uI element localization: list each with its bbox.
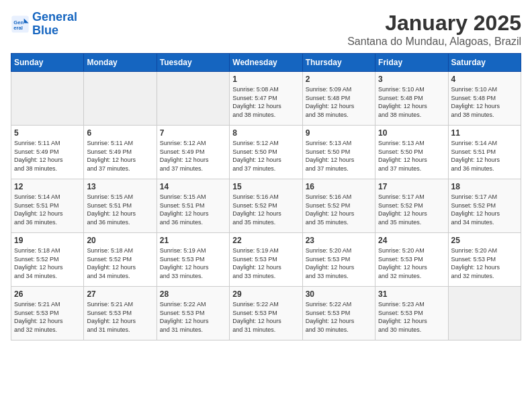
day-number: 8 (232, 128, 299, 138)
day-number: 22 (232, 236, 299, 245)
calendar-cell: 10Sunrise: 5:13 AM Sunset: 5:50 PM Dayli… (375, 126, 448, 179)
title-block: January 2025 Santana do Mundau, Alagoas,… (347, 11, 521, 48)
calendar-cell: 30Sunrise: 5:22 AM Sunset: 5:53 PM Dayli… (302, 287, 375, 340)
calendar-cell: 14Sunrise: 5:15 AM Sunset: 5:51 PM Dayli… (157, 179, 229, 233)
weekday-header-friday: Friday (375, 54, 448, 72)
day-number: 17 (378, 182, 445, 191)
day-number: 5 (14, 128, 81, 138)
calendar-cell: 20Sunrise: 5:18 AM Sunset: 5:52 PM Dayli… (84, 233, 157, 287)
day-info: Sunrise: 5:21 AM Sunset: 5:53 PM Dayligh… (87, 300, 153, 334)
calendar-cell: 26Sunrise: 5:21 AM Sunset: 5:53 PM Dayli… (11, 287, 84, 340)
calendar-cell: 9Sunrise: 5:13 AM Sunset: 5:50 PM Daylig… (302, 126, 375, 179)
calendar-cell: 27Sunrise: 5:21 AM Sunset: 5:53 PM Dayli… (84, 287, 157, 340)
calendar-cell (11, 72, 84, 126)
day-number: 27 (87, 289, 153, 299)
day-info: Sunrise: 5:11 AM Sunset: 5:49 PM Dayligh… (14, 139, 81, 173)
day-number: 23 (306, 236, 372, 245)
day-number: 1 (232, 75, 299, 84)
day-info: Sunrise: 5:20 AM Sunset: 5:53 PM Dayligh… (378, 246, 445, 280)
day-info: Sunrise: 5:23 AM Sunset: 5:53 PM Dayligh… (378, 300, 445, 334)
day-number: 3 (378, 75, 445, 84)
day-number: 31 (378, 289, 445, 299)
logo-icon: Gen eral (11, 15, 30, 34)
day-number: 15 (232, 182, 299, 191)
day-number: 20 (87, 236, 153, 245)
day-info: Sunrise: 5:08 AM Sunset: 5:47 PM Dayligh… (232, 85, 299, 119)
calendar-cell: 3Sunrise: 5:10 AM Sunset: 5:48 PM Daylig… (375, 72, 448, 126)
logo: Gen eral General Blue (11, 11, 77, 38)
calendar-cell: 2Sunrise: 5:09 AM Sunset: 5:48 PM Daylig… (302, 72, 375, 126)
weekday-header-sunday: Sunday (11, 54, 84, 72)
day-info: Sunrise: 5:18 AM Sunset: 5:52 PM Dayligh… (87, 246, 153, 280)
calendar-cell: 7Sunrise: 5:12 AM Sunset: 5:49 PM Daylig… (157, 126, 229, 179)
calendar-cell: 17Sunrise: 5:17 AM Sunset: 5:52 PM Dayli… (375, 179, 448, 233)
calendar-cell: 11Sunrise: 5:14 AM Sunset: 5:51 PM Dayli… (448, 126, 521, 179)
location-title: Santana do Mundau, Alagoas, Brazil (347, 36, 521, 48)
day-number: 26 (14, 289, 81, 299)
day-number: 10 (378, 128, 445, 138)
day-number: 7 (160, 128, 226, 138)
day-number: 16 (306, 182, 372, 191)
day-info: Sunrise: 5:10 AM Sunset: 5:48 PM Dayligh… (378, 85, 445, 119)
day-info: Sunrise: 5:09 AM Sunset: 5:48 PM Dayligh… (306, 85, 372, 119)
weekday-header-wednesday: Wednesday (230, 54, 302, 72)
day-number: 25 (451, 236, 518, 245)
calendar-cell: 1Sunrise: 5:08 AM Sunset: 5:47 PM Daylig… (230, 72, 302, 126)
weekday-header-thursday: Thursday (302, 54, 375, 72)
day-info: Sunrise: 5:15 AM Sunset: 5:51 PM Dayligh… (87, 193, 153, 226)
day-number: 18 (451, 182, 518, 191)
day-info: Sunrise: 5:12 AM Sunset: 5:50 PM Dayligh… (232, 139, 299, 173)
calendar-cell: 24Sunrise: 5:20 AM Sunset: 5:53 PM Dayli… (375, 233, 448, 287)
day-info: Sunrise: 5:17 AM Sunset: 5:52 PM Dayligh… (451, 193, 518, 226)
day-info: Sunrise: 5:13 AM Sunset: 5:50 PM Dayligh… (378, 139, 445, 173)
day-info: Sunrise: 5:12 AM Sunset: 5:49 PM Dayligh… (160, 139, 226, 173)
day-info: Sunrise: 5:11 AM Sunset: 5:49 PM Dayligh… (87, 139, 153, 173)
calendar-cell: 18Sunrise: 5:17 AM Sunset: 5:52 PM Dayli… (448, 179, 521, 233)
calendar-table: SundayMondayTuesdayWednesdayThursdayFrid… (11, 53, 521, 340)
calendar-cell: 29Sunrise: 5:22 AM Sunset: 5:53 PM Dayli… (230, 287, 302, 340)
calendar-cell: 23Sunrise: 5:20 AM Sunset: 5:53 PM Dayli… (302, 233, 375, 287)
calendar-cell: 6Sunrise: 5:11 AM Sunset: 5:49 PM Daylig… (84, 126, 157, 179)
day-info: Sunrise: 5:19 AM Sunset: 5:53 PM Dayligh… (160, 246, 226, 280)
day-info: Sunrise: 5:22 AM Sunset: 5:53 PM Dayligh… (232, 300, 299, 334)
day-number: 9 (306, 128, 372, 138)
day-info: Sunrise: 5:14 AM Sunset: 5:51 PM Dayligh… (14, 193, 81, 226)
calendar-cell (84, 72, 157, 126)
calendar-cell: 31Sunrise: 5:23 AM Sunset: 5:53 PM Dayli… (375, 287, 448, 340)
day-info: Sunrise: 5:13 AM Sunset: 5:50 PM Dayligh… (306, 139, 372, 173)
day-number: 2 (306, 75, 372, 84)
day-info: Sunrise: 5:18 AM Sunset: 5:52 PM Dayligh… (14, 246, 81, 280)
day-number: 28 (160, 289, 226, 299)
month-title: January 2025 (347, 11, 521, 36)
day-info: Sunrise: 5:22 AM Sunset: 5:53 PM Dayligh… (160, 300, 226, 334)
weekday-header-monday: Monday (84, 54, 157, 72)
day-info: Sunrise: 5:22 AM Sunset: 5:53 PM Dayligh… (306, 300, 372, 334)
day-number: 24 (378, 236, 445, 245)
logo-text: General Blue (32, 11, 77, 38)
weekday-header-saturday: Saturday (448, 54, 521, 72)
page-header: Gen eral General Blue January 2025 Santa… (11, 11, 521, 48)
day-number: 11 (451, 128, 518, 138)
day-number: 12 (14, 182, 81, 191)
calendar-cell: 28Sunrise: 5:22 AM Sunset: 5:53 PM Dayli… (157, 287, 229, 340)
calendar-cell: 16Sunrise: 5:16 AM Sunset: 5:52 PM Dayli… (302, 179, 375, 233)
day-number: 4 (451, 75, 518, 84)
day-number: 14 (160, 182, 226, 191)
day-number: 19 (14, 236, 81, 245)
calendar-cell: 8Sunrise: 5:12 AM Sunset: 5:50 PM Daylig… (230, 126, 302, 179)
day-info: Sunrise: 5:19 AM Sunset: 5:53 PM Dayligh… (232, 246, 299, 280)
day-info: Sunrise: 5:16 AM Sunset: 5:52 PM Dayligh… (232, 193, 299, 226)
day-number: 30 (306, 289, 372, 299)
calendar-cell: 13Sunrise: 5:15 AM Sunset: 5:51 PM Dayli… (84, 179, 157, 233)
day-info: Sunrise: 5:14 AM Sunset: 5:51 PM Dayligh… (451, 139, 518, 173)
day-number: 6 (87, 128, 153, 138)
day-info: Sunrise: 5:21 AM Sunset: 5:53 PM Dayligh… (14, 300, 81, 334)
day-info: Sunrise: 5:20 AM Sunset: 5:53 PM Dayligh… (306, 246, 372, 280)
day-info: Sunrise: 5:16 AM Sunset: 5:52 PM Dayligh… (306, 193, 372, 226)
svg-text:eral: eral (13, 24, 23, 30)
day-info: Sunrise: 5:10 AM Sunset: 5:48 PM Dayligh… (451, 85, 518, 119)
calendar-cell: 19Sunrise: 5:18 AM Sunset: 5:52 PM Dayli… (11, 233, 84, 287)
calendar-cell: 22Sunrise: 5:19 AM Sunset: 5:53 PM Dayli… (230, 233, 302, 287)
calendar-cell: 25Sunrise: 5:20 AM Sunset: 5:53 PM Dayli… (448, 233, 521, 287)
calendar-cell: 21Sunrise: 5:19 AM Sunset: 5:53 PM Dayli… (157, 233, 229, 287)
